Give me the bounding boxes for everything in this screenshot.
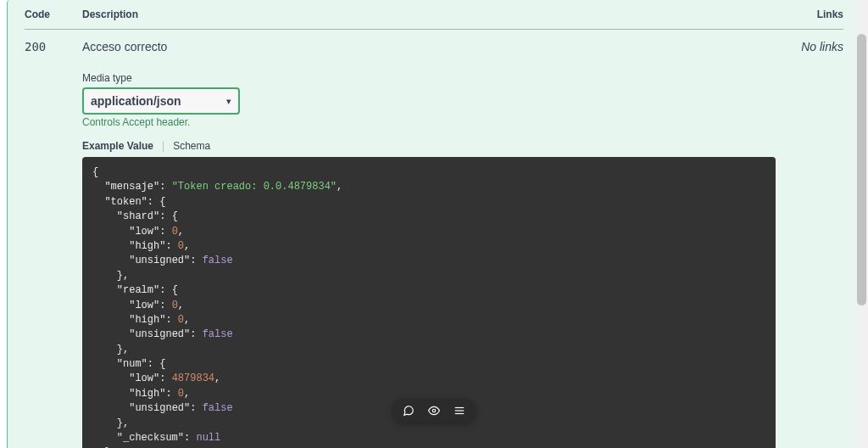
tab-separator: | — [162, 140, 164, 152]
response-code: 200 — [25, 30, 82, 449]
menu-icon[interactable] — [453, 404, 466, 417]
eye-icon[interactable] — [427, 404, 441, 417]
media-type-label: Media type — [82, 72, 776, 84]
response-body-cell: Acceso correcto Media type application/j… — [82, 30, 776, 449]
tab-example-value[interactable]: Example Value — [82, 140, 153, 152]
accept-hint: Controls Accept header. — [82, 116, 776, 128]
media-type-select-wrap: application/json ▾ — [82, 87, 240, 115]
response-description: Acceso correcto — [82, 40, 776, 53]
col-header-description: Description — [82, 0, 776, 30]
col-header-links: Links — [776, 0, 843, 30]
response-links: No links — [776, 30, 843, 449]
col-header-code: Code — [25, 0, 82, 30]
example-schema-tabs: Example Value | Schema — [82, 140, 776, 152]
media-type-select[interactable]: application/json — [82, 87, 240, 115]
responses-panel: Code Description Links 200 Acceso correc… — [7, 0, 861, 448]
scrollbar-track[interactable] — [855, 0, 868, 448]
floating-toolbar — [392, 399, 476, 423]
tab-schema[interactable]: Schema — [173, 140, 210, 152]
scrollbar-thumb[interactable] — [857, 34, 866, 305]
svg-point-0 — [432, 409, 436, 412]
responses-table: Code Description Links 200 Acceso correc… — [25, 0, 843, 448]
response-row: 200 Acceso correcto Media type applicati… — [25, 30, 843, 449]
chat-icon[interactable] — [402, 404, 415, 417]
